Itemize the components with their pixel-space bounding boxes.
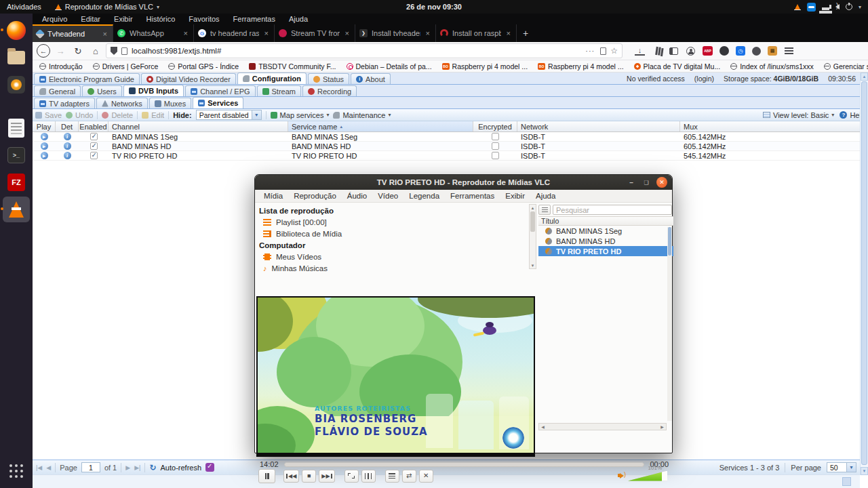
title-column-header[interactable]: Título <box>538 216 673 226</box>
playlist-entry-selected[interactable]: TV RIO PRETO HD <box>538 246 673 256</box>
page-info-icon[interactable] <box>121 47 127 55</box>
first-page-button[interactable]: |◀ <box>36 464 42 471</box>
playlist-item-my-music[interactable]: ♪Minhas Músicas <box>259 262 525 274</box>
video-canvas[interactable]: AUTORES ROTEIRISTAS BIA ROSENBERG FLÁVIO… <box>256 296 535 457</box>
bookmark-item[interactable]: BORaspberry pi 4 model ... <box>538 62 623 70</box>
playlist-item-my-videos[interactable]: Meus Vídeos <box>259 251 525 262</box>
loop-button[interactable]: ⇄ <box>402 470 416 483</box>
bookmark-item[interactable]: Index of /linux/sms1xxx <box>730 62 814 70</box>
downloads-icon[interactable]: ↓ <box>635 47 645 56</box>
grid-vertical-scrollbar[interactable]: ▲ ▼ <box>860 73 868 475</box>
tab-epg[interactable]: Electronic Program Guide <box>34 73 140 84</box>
url-text[interactable]: localhost:9981/extjs.html# <box>132 47 580 55</box>
tab-status[interactable]: Status <box>308 73 349 84</box>
reload-button[interactable]: ↻ <box>71 43 85 58</box>
playlist-item-media-library[interactable]: Biblioteca de Mídia <box>259 228 525 239</box>
tab-stream[interactable]: Stream <box>257 85 301 96</box>
tab-install-tvheadend[interactable]: Install tvheadend on Ras × <box>355 24 436 42</box>
sidebar-icon[interactable] <box>669 47 678 55</box>
tab-dvr[interactable]: Digital Video Recorder <box>141 73 236 84</box>
last-page-button[interactable]: ▶| <box>134 464 140 471</box>
details-icon[interactable]: i <box>64 133 71 140</box>
dock-item-firefox[interactable] <box>3 18 30 43</box>
tracking-shield-icon[interactable] <box>111 47 117 55</box>
column-header-encrypted[interactable]: Encrypted <box>473 121 517 131</box>
dock-item-vlc[interactable] <box>3 197 30 222</box>
column-header-enabled[interactable]: Enabled <box>79 121 108 131</box>
page-actions-icon[interactable]: ··· <box>584 47 596 55</box>
tab-stream-tv[interactable]: Stream TV from your Ras × <box>275 24 355 42</box>
home-button[interactable]: ⌂ <box>88 43 103 58</box>
close-button[interactable]: ✕ <box>656 177 667 188</box>
details-icon[interactable]: i <box>64 142 71 150</box>
next-button[interactable]: ▶▶ <box>319 470 334 483</box>
tab-users[interactable]: Users <box>82 85 122 96</box>
menu-ajuda[interactable]: Ajuda <box>531 192 560 200</box>
edit-button[interactable]: Edit <box>142 111 164 119</box>
scroll-up-icon[interactable]: ▲ <box>530 205 536 211</box>
auto-refresh-checkbox[interactable] <box>205 463 214 472</box>
scroll-down-icon[interactable]: ▼ <box>861 467 868 475</box>
prev-page-button[interactable]: ◀ <box>46 464 51 471</box>
tab-dvb-inputs[interactable]: DVB Inputs <box>123 85 184 96</box>
menu-exibir[interactable]: Exibir <box>500 192 530 200</box>
sidebar-vertical-scrollbar[interactable] <box>667 227 672 421</box>
speaker-icon[interactable] <box>620 473 624 479</box>
next-page-button[interactable]: ▶ <box>125 464 130 471</box>
scroll-left-icon[interactable]: ◀ <box>539 424 547 430</box>
service-row[interactable]: ▶ i BAND MINAS HD BAND MINAS HD ISDB-T 6… <box>33 142 868 151</box>
menu-favoritos[interactable]: Favoritos <box>189 15 219 23</box>
vlc-titlebar[interactable]: TV RIO PRETO HD - Reprodutor de Mídias V… <box>255 175 672 190</box>
sidebar-horizontal-scrollbar[interactable]: ◀ ▶ <box>538 423 667 430</box>
tab-services[interactable]: Services <box>193 97 243 108</box>
tab-muxes[interactable]: Muxes <box>149 98 191 108</box>
volume-icon[interactable] <box>835 4 840 9</box>
playlist-scrollbar[interactable]: ▲ ▼ <box>529 204 536 269</box>
view-level-button[interactable]: View level: Basic▾ <box>763 111 834 119</box>
scrollbar-thumb[interactable] <box>861 81 867 465</box>
bookmark-item[interactable]: TBSDTV Community F... <box>249 62 336 70</box>
map-services-button[interactable]: Map services▾ <box>271 111 330 119</box>
menu-ajuda[interactable]: Ajuda <box>289 15 308 23</box>
menu-video[interactable]: Vídeo <box>373 192 403 200</box>
column-header-service-name[interactable]: Service name▲ <box>288 121 473 131</box>
scrollbar-thumb[interactable] <box>530 211 535 232</box>
enabled-checkbox[interactable] <box>90 142 98 150</box>
enabled-checkbox[interactable] <box>90 133 98 140</box>
tab-tv-adapters[interactable]: TV adapters <box>34 98 95 108</box>
pause-button[interactable] <box>258 469 275 483</box>
maximize-button[interactable]: ❑ <box>641 177 652 188</box>
login-link[interactable]: (login) <box>694 75 714 83</box>
bookmark-item[interactable]: Drivers | GeForce <box>93 62 159 70</box>
bookmark-item[interactable]: Debian – Details of pa... <box>347 62 432 70</box>
new-tab-button[interactable]: + <box>517 24 534 42</box>
scroll-right-icon[interactable]: ▶ <box>658 424 666 430</box>
playlist-entry[interactable]: BAND MINAS HD <box>538 236 673 246</box>
tab-install-raspbian[interactable]: Install on raspbian - Tvhe × <box>436 24 517 42</box>
column-header-mux[interactable]: Mux <box>680 121 868 131</box>
dock-item-terminal[interactable]: >_ <box>3 142 30 168</box>
menu-ferramentas[interactable]: Ferramentas <box>446 192 499 200</box>
url-bar[interactable]: localhost:9981/extjs.html# ··· ☆ <box>106 43 623 58</box>
tab-networks[interactable]: Networks <box>96 98 148 108</box>
bookmark-item[interactable]: Portal GPS - Índice <box>168 62 239 70</box>
dock-item-files[interactable] <box>3 45 30 70</box>
menu-midia[interactable]: Mídia <box>259 192 288 200</box>
bookmark-star-icon[interactable]: ☆ <box>610 46 618 56</box>
teamviewer-tray-icon[interactable] <box>807 3 816 12</box>
tampermonkey-icon[interactable]: ▩ <box>768 46 777 56</box>
vlc-tray-icon[interactable] <box>794 4 801 10</box>
bookmark-item[interactable]: Placa de TV digital Mu... <box>634 62 721 70</box>
column-header-network[interactable]: Network <box>517 121 680 131</box>
playlist-entry[interactable]: BAND MINAS 1Seg <box>538 226 673 236</box>
focused-app-menu[interactable]: Reprodutor de Mídias VLC ▾ <box>48 0 166 14</box>
per-page-select[interactable]: 50▼ <box>827 462 856 472</box>
adblock-plus-icon[interactable]: ABP <box>703 46 713 56</box>
close-tab-icon[interactable]: × <box>182 29 189 37</box>
bookmark-item[interactable]: Introdução <box>39 62 83 70</box>
column-header-det[interactable]: Det <box>56 121 79 131</box>
close-tab-icon[interactable]: × <box>425 29 431 37</box>
tab-channel-epg[interactable]: Channel / EPG <box>185 85 255 96</box>
service-row[interactable]: ▶ i BAND MINAS 1Seg BAND MINAS 1Seg ISDB… <box>33 132 868 142</box>
menu-audio[interactable]: Áudio <box>342 192 372 200</box>
